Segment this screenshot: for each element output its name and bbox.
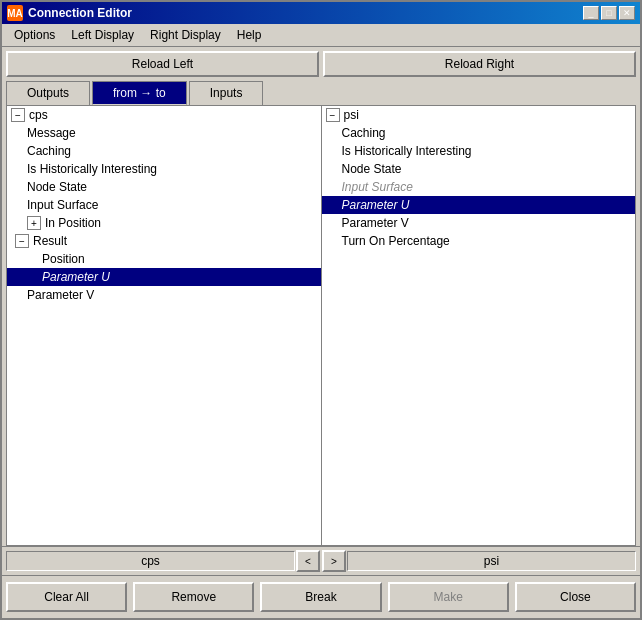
left-root-header: − cps (7, 106, 321, 124)
minimize-button[interactable]: _ (583, 6, 599, 20)
tab-outputs[interactable]: Outputs (6, 81, 90, 105)
left-item-in-position[interactable]: + In Position (7, 214, 321, 232)
maximize-button[interactable]: □ (601, 6, 617, 20)
left-collapse-icon[interactable]: − (11, 108, 25, 122)
tab-from-to[interactable]: from → to (92, 81, 187, 105)
reload-left-button[interactable]: Reload Left (6, 51, 319, 77)
prev-button[interactable]: < (296, 550, 320, 572)
menu-left-display[interactable]: Left Display (63, 26, 142, 44)
expand-icon[interactable]: + (27, 216, 41, 230)
make-button[interactable]: Make (388, 582, 509, 612)
left-item-position[interactable]: Position (7, 250, 321, 268)
menu-options[interactable]: Options (6, 26, 63, 44)
title-bar-left: MA Connection Editor (7, 5, 132, 21)
window-title: Connection Editor (28, 6, 132, 20)
tab-bar: Outputs from → to Inputs (2, 81, 640, 105)
left-item-input-surface[interactable]: Input Surface (7, 196, 321, 214)
menu-bar: Options Left Display Right Display Help (2, 24, 640, 47)
left-item-parameter-v[interactable]: Parameter V (7, 286, 321, 304)
right-item-parameter-u[interactable]: Parameter U (322, 196, 636, 214)
tab-inputs[interactable]: Inputs (189, 81, 264, 105)
window-controls: _ □ ✕ (583, 6, 635, 20)
reload-right-button[interactable]: Reload Right (323, 51, 636, 77)
left-root-label: cps (29, 108, 48, 122)
right-item-historically-interesting[interactable]: Is Historically Interesting (322, 142, 636, 160)
right-root-header: − psi (322, 106, 636, 124)
right-item-node-state[interactable]: Node State (322, 160, 636, 178)
next-button[interactable]: > (322, 550, 346, 572)
toolbar: Reload Left Reload Right (2, 47, 640, 81)
close-button[interactable]: Close (515, 582, 636, 612)
content-area: − cps Message Caching Is Historically In… (6, 105, 636, 546)
close-window-button[interactable]: ✕ (619, 6, 635, 20)
status-left-label: cps (6, 551, 295, 571)
clear-all-button[interactable]: Clear All (6, 582, 127, 612)
app-icon: MA (7, 5, 23, 21)
right-item-turn-on-percentage[interactable]: Turn On Percentage (322, 232, 636, 250)
left-item-message[interactable]: Message (7, 124, 321, 142)
right-root-label: psi (344, 108, 359, 122)
menu-help[interactable]: Help (229, 26, 270, 44)
menu-right-display[interactable]: Right Display (142, 26, 229, 44)
result-collapse-icon[interactable]: − (15, 234, 29, 248)
left-panel: − cps Message Caching Is Historically In… (7, 106, 322, 545)
right-item-input-surface[interactable]: Input Surface (322, 178, 636, 196)
left-item-historically-interesting[interactable]: Is Historically Interesting (7, 160, 321, 178)
title-bar: MA Connection Editor _ □ ✕ (2, 2, 640, 24)
right-panel: − psi Caching Is Historically Interestin… (322, 106, 636, 545)
status-right-label: psi (347, 551, 636, 571)
bottom-bar: Clear All Remove Break Make Close (2, 575, 640, 618)
status-bar: cps < > psi (2, 546, 640, 575)
right-collapse-icon[interactable]: − (326, 108, 340, 122)
left-item-caching[interactable]: Caching (7, 142, 321, 160)
right-item-parameter-v[interactable]: Parameter V (322, 214, 636, 232)
left-item-parameter-u[interactable]: Parameter U (7, 268, 321, 286)
break-button[interactable]: Break (260, 582, 381, 612)
remove-button[interactable]: Remove (133, 582, 254, 612)
left-result-header: − Result (7, 232, 321, 250)
left-item-node-state[interactable]: Node State (7, 178, 321, 196)
main-window: MA Connection Editor _ □ ✕ Options Left … (0, 0, 642, 620)
right-item-caching[interactable]: Caching (322, 124, 636, 142)
